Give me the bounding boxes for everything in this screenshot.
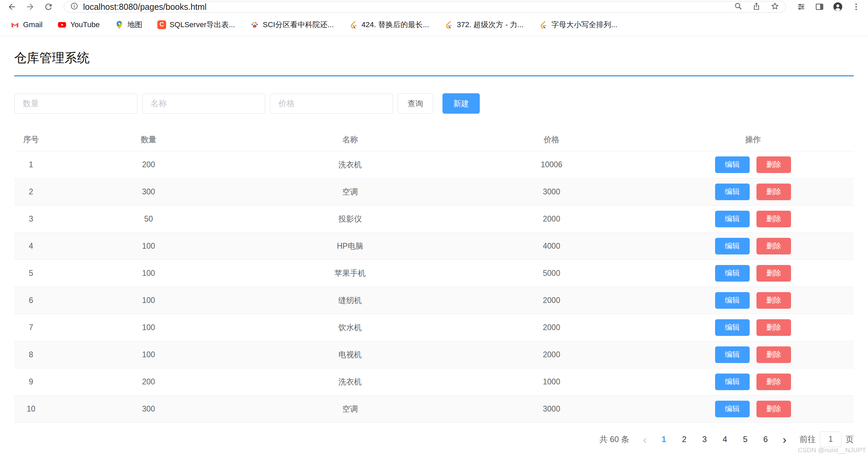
sliders-icon[interactable] <box>795 1 807 13</box>
edit-button[interactable]: 编辑 <box>715 211 750 227</box>
edit-button[interactable]: 编辑 <box>715 374 750 390</box>
bookmark-label: 424. 替换后的最长... <box>361 20 429 30</box>
goto-page-input[interactable] <box>820 432 842 447</box>
share-icon[interactable] <box>752 2 761 12</box>
cell-quantity: 200 <box>48 368 249 395</box>
table-row: 10 300 空调 3000 编辑 删除 <box>14 395 854 422</box>
bookmark-leetcode-letters[interactable]: 字母大小写全排列... <box>538 20 617 30</box>
delete-button[interactable]: 删除 <box>756 184 791 200</box>
page-number-5[interactable]: 5 <box>735 435 755 444</box>
bookmark-label: SQLServer导出表... <box>170 20 235 30</box>
cell-quantity: 200 <box>48 151 249 178</box>
col-header-index: 序号 <box>14 129 48 151</box>
table-row: 8 100 电视机 2000 编辑 删除 <box>14 341 854 368</box>
cell-actions: 编辑 删除 <box>652 232 854 260</box>
cell-name: HP电脑 <box>249 232 451 260</box>
cell-index: 10 <box>14 395 48 422</box>
delete-button[interactable]: 删除 <box>756 238 791 254</box>
table-row: 2 300 空调 3000 编辑 删除 <box>14 178 854 205</box>
bookmark-sci[interactable]: SCI分区看中科院还... <box>250 20 334 30</box>
cell-price: 1000 <box>451 368 652 395</box>
cell-index: 6 <box>14 287 48 314</box>
edit-button[interactable]: 编辑 <box>715 401 750 417</box>
forward-icon[interactable] <box>24 1 36 13</box>
bookmark-leetcode-424[interactable]: 424. 替换后的最长... <box>349 20 429 30</box>
delete-button[interactable]: 删除 <box>756 319 791 336</box>
col-header-name: 名称 <box>249 129 451 151</box>
total-count: 共 60 条 <box>599 434 629 445</box>
edit-button[interactable]: 编辑 <box>715 346 750 363</box>
name-input[interactable] <box>142 94 265 114</box>
edit-button[interactable]: 编辑 <box>715 238 750 254</box>
cell-actions: 编辑 删除 <box>652 151 854 178</box>
prev-page-icon[interactable]: ‹ <box>636 434 654 445</box>
delete-button[interactable]: 删除 <box>756 346 791 363</box>
side-panel-icon[interactable] <box>814 1 825 13</box>
site-info-icon[interactable] <box>70 2 78 12</box>
profile-avatar-icon[interactable] <box>832 1 844 13</box>
menu-kebab-icon[interactable] <box>850 1 862 13</box>
back-icon[interactable] <box>6 1 18 13</box>
browser-toolbar: localhost:8080/pages/books.html <box>0 0 868 14</box>
edit-button[interactable]: 编辑 <box>715 265 750 282</box>
price-input[interactable] <box>270 94 393 114</box>
leetcode-icon <box>538 20 548 30</box>
cell-name: 电视机 <box>249 341 451 368</box>
bookmark-star-icon[interactable] <box>770 2 780 12</box>
table-row: 4 100 HP电脑 4000 编辑 删除 <box>14 232 854 260</box>
address-bar[interactable]: localhost:8080/pages/books.html <box>64 1 786 13</box>
pagination: 共 60 条 ‹ 1 2 3 4 5 6 › 前往 页 <box>14 432 854 447</box>
leetcode-icon <box>444 20 453 30</box>
cell-name: 洗衣机 <box>249 368 451 395</box>
cell-index: 2 <box>14 178 48 205</box>
reload-icon[interactable] <box>43 1 54 13</box>
cell-name: 投影仪 <box>249 205 451 232</box>
delete-button[interactable]: 删除 <box>756 401 791 417</box>
delete-button[interactable]: 删除 <box>756 156 791 173</box>
bookmark-maps[interactable]: 地图 <box>115 20 142 30</box>
col-header-price: 价格 <box>451 129 652 151</box>
cell-index: 4 <box>14 232 48 260</box>
bookmark-sqlserver[interactable]: C SQLServer导出表... <box>157 20 235 30</box>
bookmark-leetcode-372[interactable]: 372. 超级次方 - 力... <box>444 20 524 30</box>
cell-price: 2000 <box>451 287 652 314</box>
edit-button[interactable]: 编辑 <box>715 184 750 200</box>
delete-button[interactable]: 删除 <box>756 265 791 282</box>
bookmarks-bar: Gmail YouTube 地图 C SQLServer导出表... SCI分区… <box>0 14 868 36</box>
cell-price: 2000 <box>451 205 652 232</box>
col-header-actions: 操作 <box>652 129 854 151</box>
delete-button[interactable]: 删除 <box>756 374 791 390</box>
cell-index: 5 <box>14 260 48 287</box>
query-button[interactable]: 查询 <box>398 93 433 114</box>
page-number-1[interactable]: 1 <box>654 435 674 444</box>
page-number-4[interactable]: 4 <box>715 435 735 444</box>
bookmark-label: SCI分区看中科院还... <box>263 20 334 30</box>
zoom-icon[interactable] <box>734 2 743 12</box>
page-number-6[interactable]: 6 <box>755 435 776 444</box>
page-number-2[interactable]: 2 <box>674 435 694 444</box>
delete-button[interactable]: 删除 <box>756 211 791 227</box>
cell-actions: 编辑 删除 <box>652 368 854 395</box>
bookmark-youtube[interactable]: YouTube <box>57 20 99 30</box>
table-row: 9 200 洗衣机 1000 编辑 删除 <box>14 368 854 395</box>
cell-quantity: 100 <box>48 341 249 368</box>
watermark: CSDN @nuist__NJUPT <box>798 446 866 454</box>
cell-quantity: 300 <box>48 395 249 422</box>
edit-button[interactable]: 编辑 <box>715 156 750 173</box>
quantity-input[interactable] <box>14 94 137 114</box>
edit-button[interactable]: 编辑 <box>715 292 750 309</box>
delete-button[interactable]: 删除 <box>756 292 791 309</box>
paw-icon <box>250 20 259 30</box>
edit-button[interactable]: 编辑 <box>715 319 750 336</box>
cell-price: 5000 <box>451 260 652 287</box>
cell-price: 3000 <box>451 395 652 422</box>
cell-price: 2000 <box>451 341 652 368</box>
cell-actions: 编辑 删除 <box>652 395 854 422</box>
bookmark-gmail[interactable]: Gmail <box>10 20 42 30</box>
create-button[interactable]: 新建 <box>442 93 480 114</box>
cell-actions: 编辑 删除 <box>652 205 854 232</box>
page-number-3[interactable]: 3 <box>694 435 715 444</box>
cell-index: 9 <box>14 368 48 395</box>
bookmark-label: Gmail <box>23 20 42 29</box>
next-page-icon[interactable]: › <box>776 434 793 445</box>
